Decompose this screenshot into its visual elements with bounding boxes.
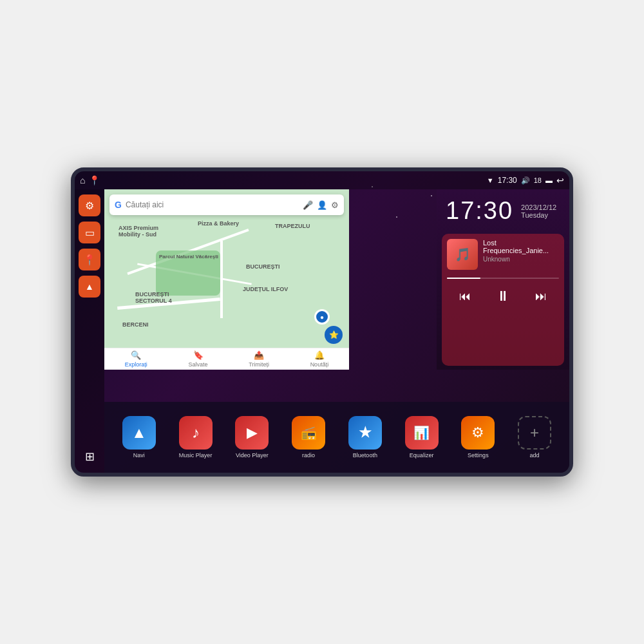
album-art-icon: 🎵: [455, 247, 471, 262]
google-maps-icon: G: [115, 200, 122, 210]
status-bar-left: ⌂ 📍: [80, 171, 100, 189]
saved-label: Salvate: [189, 361, 208, 368]
prev-button[interactable]: ⏮: [457, 287, 473, 306]
location-icon: 📍: [83, 254, 96, 266]
explore-icon: 🔍: [131, 350, 141, 360]
screen: ⌂ 📍 ▼ 17:30 🔊 18 ▬ ↩ ⚙ ▭: [75, 171, 569, 473]
settings-icon: ⚙: [85, 200, 94, 212]
news-icon: 🔔: [314, 350, 325, 360]
radio-app-icon[interactable]: 📻 radio: [285, 416, 332, 459]
video-player-label: Video Player: [236, 452, 269, 459]
nav-arrow-icon: ▲: [85, 281, 94, 292]
bluetooth-label: Bluetooth: [353, 452, 377, 459]
news-label: Noutăți: [310, 361, 329, 368]
clock-date: 2023/12/12: [521, 204, 556, 211]
music-icon: ♪: [192, 424, 200, 442]
music-controls: ⏮ ⏸ ⏭: [447, 285, 559, 307]
settings-app-icon[interactable]: ⚙ Settings: [455, 416, 501, 459]
music-progress-bar[interactable]: [447, 278, 559, 279]
music-progress-fill: [447, 278, 480, 279]
map-area[interactable]: G 🎤 👤 ⚙ AXIS PremiumMobility - Sud: [104, 189, 349, 370]
bluetooth-app-icon[interactable]: ★ Bluetooth: [342, 416, 388, 459]
map-bottom-bar: 🔍 Explorați 🔖 Salvate 📤 Trimiteți 🔔 Nout…: [104, 348, 349, 370]
add-icon: +: [530, 424, 539, 442]
add-icon-box: +: [518, 416, 551, 450]
main-content: ⚙ ▭ 📍 ▲ ⊞ G 🎤: [75, 189, 569, 473]
mic-icon[interactable]: 🎤: [303, 200, 313, 210]
sidebar-location-icon[interactable]: 📍: [79, 249, 100, 270]
clock-date-section: 2023/12/12 Tuesday: [521, 204, 556, 219]
radio-icon-box: 📻: [292, 416, 325, 450]
battery-icon: ▬: [545, 176, 553, 184]
bluetooth-icon: ★: [359, 424, 372, 441]
settings-map-icon[interactable]: ⚙: [331, 200, 339, 210]
album-art: 🎵: [447, 239, 478, 270]
volume-icon: 🔊: [521, 176, 530, 185]
right-panel: 17:30 2023/12/12 Tuesday 🎵 Lost Frequenc…: [437, 189, 569, 370]
equalizer-app-icon[interactable]: 📊 Equalizer: [399, 416, 445, 459]
radio-label: radio: [302, 452, 315, 459]
status-bar: ⌂ 📍 ▼ 17:30 🔊 18 ▬ ↩: [75, 171, 569, 189]
music-icon-box: ♪: [179, 416, 213, 450]
map-search-bar[interactable]: G 🎤 👤 ⚙: [109, 194, 344, 215]
maps-icon[interactable]: 📍: [89, 175, 100, 185]
clock-display: 17:30: [446, 197, 513, 225]
pause-button[interactable]: ⏸: [493, 285, 513, 307]
saved-icon: 🔖: [193, 350, 204, 360]
music-text: Lost Frequencies_Janie... Unknown: [483, 239, 559, 263]
sidebar-bottom: ⊞: [79, 446, 100, 468]
map-explore-btn[interactable]: 🔍 Explorați: [125, 350, 147, 368]
equalizer-icon: 📊: [413, 425, 430, 440]
music-player-app-icon[interactable]: ♪ Music Player: [173, 416, 219, 459]
settings-icon-box: ⚙: [461, 416, 495, 450]
map-content: AXIS PremiumMobility - Sud Pizza & Baker…: [104, 189, 349, 370]
sidebar-files-icon[interactable]: ▭: [79, 222, 100, 243]
account-icon[interactable]: 👤: [317, 200, 327, 210]
music-section: 🎵 Lost Frequencies_Janie... Unknown ⏮ ⏸: [442, 234, 564, 366]
app-grid-area: ▲ Navi ♪ Music Player ▶ Video Player: [104, 402, 569, 473]
music-player-label: Music Player: [179, 452, 213, 459]
folder-icon: ▭: [85, 227, 95, 239]
map-search-input[interactable]: [126, 200, 299, 209]
wifi-icon: ▼: [487, 176, 494, 184]
music-title: Lost Frequencies_Janie...: [483, 239, 559, 254]
settings-label: Settings: [468, 452, 489, 459]
clock-section: 17:30 2023/12/12 Tuesday: [437, 189, 569, 230]
settings-app-icon-glyph: ⚙: [471, 424, 484, 441]
sidebar-settings-icon[interactable]: ⚙: [79, 194, 100, 216]
navi-icon: ▲: [131, 424, 147, 442]
music-artist: Unknown: [483, 256, 559, 263]
sidebar-nav-icon[interactable]: ▲: [79, 276, 100, 298]
status-bar-right: ▼ 17:30 🔊 18 ▬ ↩: [487, 175, 564, 185]
equalizer-label: Equalizer: [410, 452, 434, 459]
add-label: add: [530, 452, 540, 459]
map-news-btn[interactable]: 🔔 Noutăți: [310, 350, 329, 368]
video-player-app-icon[interactable]: ▶ Video Player: [229, 416, 275, 459]
sidebar-grid-icon[interactable]: ⊞: [79, 446, 100, 468]
back-icon[interactable]: ↩: [556, 175, 564, 185]
radio-icon: 📻: [301, 425, 317, 440]
send-label: Trimiteți: [249, 361, 269, 368]
explore-label: Explorați: [125, 361, 147, 368]
navi-app-icon[interactable]: ▲ Navi: [116, 416, 162, 459]
battery-level: 18: [534, 176, 542, 184]
clock-day: Tuesday: [521, 211, 556, 219]
bluetooth-icon-box: ★: [348, 416, 382, 450]
video-icon-box: ▶: [235, 416, 269, 450]
next-button[interactable]: ⏭: [533, 287, 549, 306]
home-icon[interactable]: ⌂: [80, 175, 85, 185]
music-info: 🎵 Lost Frequencies_Janie... Unknown: [447, 239, 559, 270]
navi-label: Navi: [133, 452, 145, 459]
sidebar: ⚙ ▭ 📍 ▲ ⊞: [75, 189, 104, 473]
device-frame: ⌂ 📍 ▼ 17:30 🔊 18 ▬ ↩ ⚙ ▭: [71, 167, 573, 477]
video-icon: ▶: [247, 424, 258, 441]
send-icon: 📤: [254, 350, 264, 360]
status-time: 17:30: [498, 176, 517, 185]
navi-icon-box: ▲: [122, 416, 156, 450]
map-send-btn[interactable]: 📤 Trimiteți: [249, 350, 269, 368]
add-app-icon[interactable]: + add: [511, 416, 558, 459]
map-saved-btn[interactable]: 🔖 Salvate: [189, 350, 208, 368]
equalizer-icon-box: 📊: [405, 416, 439, 450]
